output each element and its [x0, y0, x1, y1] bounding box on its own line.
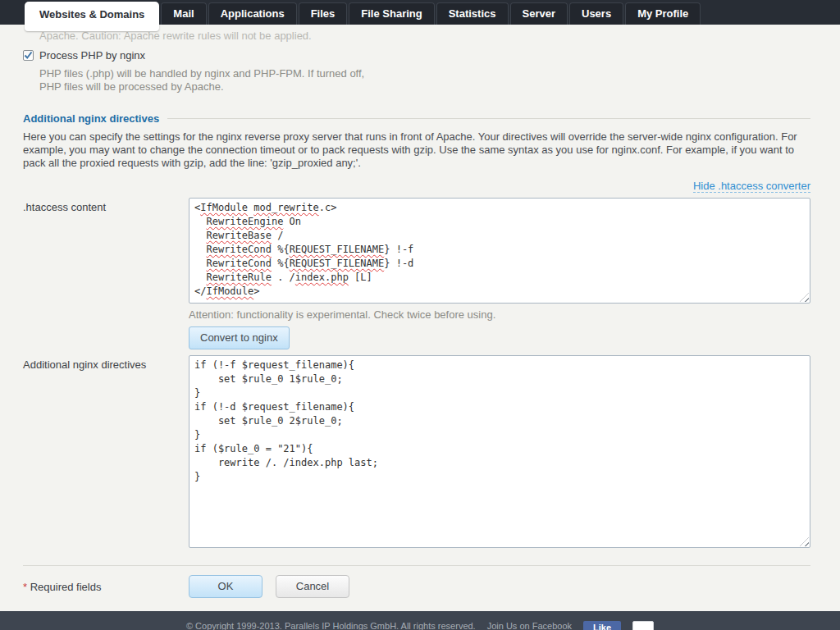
tab-statistics[interactable]: Statistics [436, 2, 509, 25]
facebook-like-count-box[interactable] [632, 621, 654, 630]
form-actions-row: * Required fields OK Cancel [23, 575, 810, 598]
required-fields-note: * Required fields [23, 581, 189, 593]
page-footer-bar: © Copyright 1999-2013. Parallels IP Hold… [0, 611, 840, 630]
tab-server[interactable]: Server [510, 2, 568, 25]
form-bottom-divider [23, 565, 810, 566]
tab-users[interactable]: Users [569, 2, 623, 25]
scrolled-partial-text: Apache. Caution: Apache rewrite rules wi… [39, 30, 810, 42]
top-tab-bar: Websites & Domains Mail Applications Fil… [0, 0, 840, 25]
settings-form: Apache. Caution: Apache rewrite rules wi… [0, 30, 840, 598]
converter-toggle-row: Hide .htaccess converter [23, 180, 810, 193]
section-description: Here you can specify the settings for th… [23, 130, 810, 170]
section-divider-line [167, 118, 810, 119]
copyright-text: © Copyright 1999-2013. Parallels IP Hold… [186, 621, 476, 630]
cancel-button[interactable]: Cancel [276, 575, 349, 598]
facebook-invite-text: Join Us on Facebook [487, 621, 572, 630]
tab-files[interactable]: Files [299, 2, 348, 25]
resize-grip-icon[interactable] [800, 537, 809, 546]
nginx-directives-label: Additional nginx directives [23, 355, 189, 548]
nginx-directives-field: if (!-f $request_filename){ set $rule_0 … [189, 355, 810, 548]
checkmark-icon [24, 51, 33, 60]
facebook-like-button[interactable]: Like [583, 621, 621, 630]
nginx-directives-textarea[interactable]: if (!-f $request_filename){ set $rule_0 … [189, 355, 810, 548]
nginx-directives-row: Additional nginx directives if (!-f $req… [23, 355, 810, 548]
htaccess-content-label: .htaccess content [23, 198, 189, 349]
tab-my-profile[interactable]: My Profile [625, 2, 701, 25]
required-asterisk: * [23, 581, 27, 593]
footer-content: © Copyright 1999-2013. Parallels IP Hold… [0, 621, 840, 630]
ok-button[interactable]: OK [189, 575, 262, 598]
process-php-checkbox[interactable] [23, 50, 34, 61]
process-php-description: PHP files (.php) will be handled by ngin… [39, 67, 372, 94]
process-php-row: Process PHP by nginx [23, 49, 810, 62]
htaccess-content-field: <IfModule mod_rewrite.c> RewriteEngine O… [189, 198, 810, 349]
htaccess-content-textarea[interactable]: <IfModule mod_rewrite.c> RewriteEngine O… [189, 198, 810, 304]
required-fields-text: Required fields [30, 581, 102, 593]
resize-grip-icon[interactable] [800, 293, 809, 302]
tab-websites-domains[interactable]: Websites & Domains [25, 2, 159, 31]
tab-mail[interactable]: Mail [161, 2, 206, 25]
section-title: Additional nginx directives [23, 112, 159, 125]
section-header: Additional nginx directives [23, 112, 810, 125]
hide-htaccess-converter-link[interactable]: Hide .htaccess converter [693, 180, 810, 193]
tab-file-sharing[interactable]: File Sharing [349, 2, 434, 25]
tab-applications[interactable]: Applications [208, 2, 297, 25]
htaccess-content-row: .htaccess content <IfModule mod_rewrite.… [23, 198, 810, 349]
convert-to-nginx-button[interactable]: Convert to nginx [189, 326, 290, 349]
process-php-label[interactable]: Process PHP by nginx [39, 49, 145, 62]
experimental-attention-note: Attention: functionality is experimental… [189, 308, 810, 321]
